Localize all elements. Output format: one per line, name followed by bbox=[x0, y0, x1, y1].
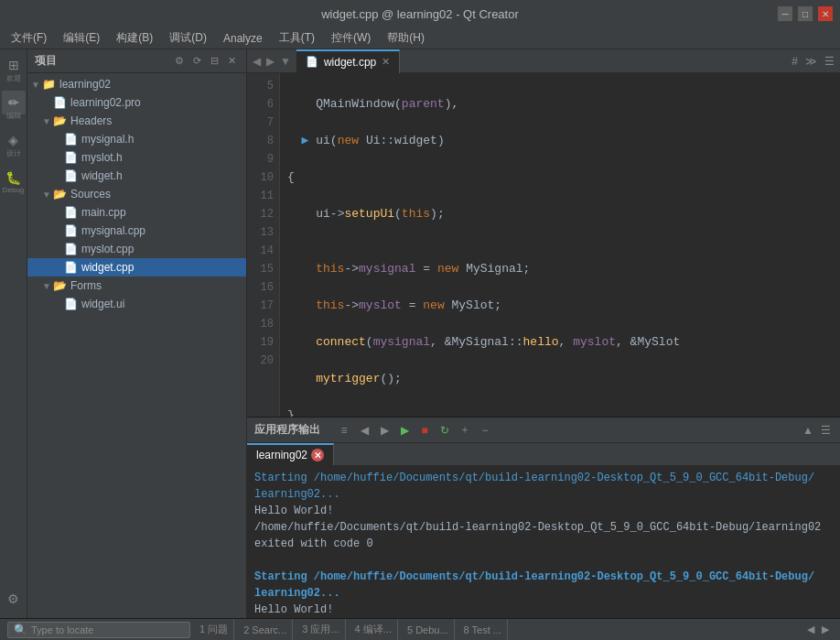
tree-item-myslot-h[interactable]: 📄 myslot.h bbox=[27, 148, 246, 167]
panel-sync-btn[interactable]: ⟳ bbox=[190, 54, 204, 68]
tree-label: mysignal.h bbox=[81, 133, 134, 146]
panel-split-btn[interactable]: ⊟ bbox=[208, 54, 221, 68]
editor-tab-bar: ◀ ▶ ▼ 📄 widget.cpp ✕ # ≫ ☰ bbox=[247, 49, 840, 73]
tab-action-hash[interactable]: # bbox=[790, 55, 800, 68]
title-bar: widget.cpp @ learning02 - Qt Creator ─ □… bbox=[0, 0, 840, 27]
project-tree[interactable]: ▼ 📁 learning02 📄 learning02.pro ▼ 📂 Head… bbox=[27, 73, 246, 618]
output-next-btn[interactable]: ▶ bbox=[375, 421, 393, 439]
tab-actions: # ≫ ☰ bbox=[790, 55, 836, 68]
status-search[interactable]: 2 Searc... bbox=[238, 619, 293, 640]
tab-file-icon: 📄 bbox=[306, 56, 318, 68]
tree-item-forms[interactable]: ▼ 📂 Forms bbox=[27, 277, 246, 295]
menu-tools[interactable]: 工具(T) bbox=[272, 28, 322, 48]
status-test[interactable]: 8 Test ... bbox=[458, 619, 508, 640]
main-layout: ⊞ 欢迎 ✏ 编辑 ◈ 设计 🐛 Debug ⚙ 项目 ⚙ ⟳ ⊟ ✕ bbox=[0, 49, 840, 618]
welcome-label: 欢迎 bbox=[6, 73, 21, 83]
file-cpp-icon: 📄 bbox=[64, 224, 78, 237]
tree-item-learning02-pro[interactable]: 📄 learning02.pro bbox=[27, 93, 246, 112]
tree-item-headers[interactable]: ▼ 📂 Headers bbox=[27, 112, 246, 130]
tree-item-myslot-cpp[interactable]: 📄 myslot.cpp bbox=[27, 240, 246, 258]
tree-item-widget-h[interactable]: 📄 widget.h bbox=[27, 167, 246, 185]
tree-label: myslot.cpp bbox=[81, 243, 134, 255]
tree-item-main-cpp[interactable]: 📄 main.cpp bbox=[27, 203, 246, 222]
tree-item-sources[interactable]: ▼ 📂 Sources bbox=[27, 185, 246, 203]
search-box[interactable]: 🔍 bbox=[7, 622, 190, 638]
folder-icon: 📂 bbox=[53, 114, 67, 127]
output-line-2: learning02... bbox=[254, 486, 833, 503]
output-line-5: exited with code 0 bbox=[254, 536, 833, 552]
panel-header: 项目 ⚙ ⟳ ⊟ ✕ bbox=[27, 49, 246, 73]
status-output[interactable]: 3 应用... bbox=[296, 619, 345, 640]
settings-icon-btn[interactable]: ⚙ bbox=[2, 587, 26, 611]
menu-edit[interactable]: 编辑(E) bbox=[56, 28, 107, 48]
file-ui-icon: 📄 bbox=[64, 298, 78, 310]
edit-label: 编辑 bbox=[6, 111, 21, 121]
app-tab-learning02[interactable]: learning02 ✕ bbox=[247, 443, 334, 465]
code-editor[interactable]: 5 6 7 8 9 10 11 12 13 14 15 16 17 18 19 … bbox=[247, 73, 840, 417]
menu-controls[interactable]: 控件(W) bbox=[324, 28, 378, 48]
icon-sidebar: ⊞ 欢迎 ✏ 编辑 ◈ 设计 🐛 Debug ⚙ bbox=[0, 49, 27, 618]
output-line-3: Hello World! bbox=[254, 503, 833, 519]
status-debug[interactable]: 5 Debu... bbox=[402, 619, 455, 640]
file-h-icon: 📄 bbox=[64, 133, 78, 146]
output-title: 应用程序输出 bbox=[254, 422, 320, 438]
output-format-btn[interactable]: ≡ bbox=[335, 421, 353, 439]
nav-forward-btn[interactable]: ▶ bbox=[264, 55, 276, 68]
close-button[interactable]: ✕ bbox=[818, 6, 833, 21]
tab-filename: widget.cpp bbox=[324, 56, 376, 69]
file-h-icon: 📄 bbox=[64, 169, 78, 182]
design-label: 设计 bbox=[6, 148, 21, 158]
output-remove-btn[interactable]: − bbox=[476, 421, 494, 439]
file-cpp-icon: 📄 bbox=[64, 261, 78, 274]
app-tab-close[interactable]: ✕ bbox=[311, 449, 324, 461]
tree-item-mysignal-cpp[interactable]: 📄 mysignal.cpp bbox=[27, 222, 246, 240]
tab-action-menu[interactable]: ☰ bbox=[823, 55, 836, 68]
output-line-4: /home/huffie/Documents/qt/build-learning… bbox=[254, 519, 833, 536]
menu-debug[interactable]: 调试(D) bbox=[162, 28, 214, 48]
status-arrow-left[interactable]: ◀ bbox=[803, 624, 818, 635]
window-title: widget.cpp @ learning02 - Qt Creator bbox=[321, 7, 519, 21]
app-tab-bar: learning02 ✕ bbox=[247, 443, 840, 466]
output-prev-btn[interactable]: ◀ bbox=[355, 421, 373, 439]
status-problems[interactable]: 1 问题 bbox=[194, 619, 234, 640]
settings-icon-group: ⚙ bbox=[2, 587, 26, 618]
code-content[interactable]: QMainWindow(parent), ▶ ui(new Ui::widget… bbox=[280, 73, 840, 417]
editor-tab-widget-cpp[interactable]: 📄 widget.cpp ✕ bbox=[296, 49, 400, 73]
tree-item-mysignal-h[interactable]: 📄 mysignal.h bbox=[27, 130, 246, 148]
minimize-button[interactable]: ─ bbox=[778, 6, 792, 21]
output-collapse-btn[interactable]: ▲ bbox=[801, 424, 815, 437]
panel-actions: ⚙ ⟳ ⊟ ✕ bbox=[172, 54, 239, 68]
menu-build[interactable]: 构建(B) bbox=[109, 28, 160, 48]
maximize-button[interactable]: □ bbox=[798, 6, 813, 21]
output-stop-btn[interactable]: ■ bbox=[415, 421, 434, 439]
menu-file[interactable]: 文件(F) bbox=[4, 28, 54, 48]
output-content: Starting /home/huffie/Documents/qt/build… bbox=[247, 466, 840, 618]
nav-dropdown-btn[interactable]: ▼ bbox=[278, 55, 293, 68]
menu-help[interactable]: 帮助(H) bbox=[380, 28, 432, 48]
tree-item-widget-cpp[interactable]: 📄 widget.cpp bbox=[27, 258, 246, 277]
folder-icon: 📂 bbox=[53, 279, 67, 292]
project-icon: 📁 bbox=[42, 78, 56, 91]
project-panel: 项目 ⚙ ⟳ ⊟ ✕ ▼ 📁 learning02 📄 learning02.p… bbox=[27, 49, 247, 618]
output-restart-btn[interactable]: ↻ bbox=[436, 421, 454, 439]
welcome-icon-group: ⊞ 欢迎 bbox=[2, 53, 26, 83]
status-right: ◀ ▶ bbox=[803, 624, 833, 635]
status-arrow-right[interactable]: ▶ bbox=[818, 624, 833, 635]
tab-action-expand[interactable]: ≫ bbox=[803, 55, 819, 68]
output-add-btn[interactable]: ＋ bbox=[456, 421, 474, 439]
output-toolbar: ≡ ◀ ▶ ▶ ■ ↻ ＋ − bbox=[335, 421, 494, 439]
panel-filter-btn[interactable]: ⚙ bbox=[172, 54, 187, 68]
tree-item-learning02[interactable]: ▼ 📁 learning02 bbox=[27, 75, 246, 93]
tab-close-btn[interactable]: ✕ bbox=[382, 56, 390, 68]
panel-close-btn[interactable]: ✕ bbox=[225, 54, 239, 68]
search-input[interactable] bbox=[31, 624, 168, 635]
nav-back-btn[interactable]: ◀ bbox=[251, 55, 263, 68]
nav-buttons: ◀ ▶ ▼ bbox=[251, 55, 293, 68]
status-compile[interactable]: 4 编译... bbox=[350, 619, 398, 640]
edit-icon-group: ✏ 编辑 bbox=[2, 91, 26, 121]
menu-analyze[interactable]: Analyze bbox=[216, 30, 270, 47]
output-menu-btn[interactable]: ☰ bbox=[819, 424, 833, 437]
tree-item-widget-ui[interactable]: 📄 widget.ui bbox=[27, 295, 246, 313]
output-run-btn[interactable]: ▶ bbox=[395, 421, 414, 439]
expand-arrow: ▼ bbox=[42, 281, 53, 291]
